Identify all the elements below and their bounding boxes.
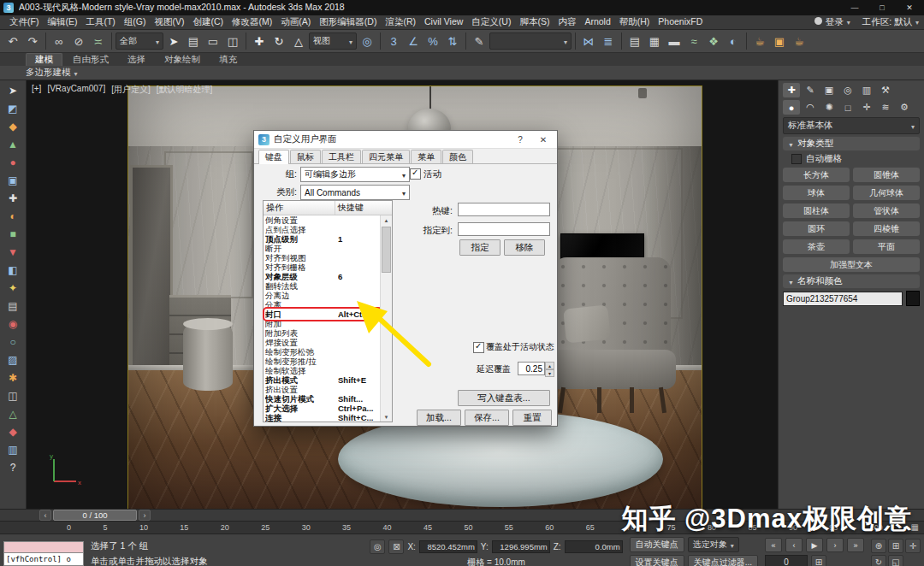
autogrid-checkbox[interactable] [791,154,802,164]
set-key-button[interactable]: 设置关键点 [630,555,684,566]
motion-tab-icon[interactable]: ◎ [839,83,856,97]
maximize-viewport-toggle-icon[interactable]: ◱ [888,555,903,566]
modeling-tool-icon[interactable]: ▤ [3,298,22,315]
ribbon-toggle-icon[interactable]: ▬ [665,32,684,50]
select-and-rotate-icon[interactable]: ↻ [270,32,288,50]
ribbon-panel-polygon-modeling[interactable]: 多边形建模 [0,66,924,80]
select-and-link-icon[interactable]: ∞ [50,32,68,50]
geometry-category-icon[interactable]: ● [783,100,800,115]
ribbon-tab-对象绘制[interactable]: 对象绘制 [156,54,209,66]
named-selection-sets-dropdown[interactable] [489,32,572,50]
hotkey-table-row[interactable]: 焊接设置 [264,338,381,347]
modeling-tool-icon[interactable]: ◫ [3,387,22,404]
primitive-button-平面[interactable]: 平面 [853,239,920,254]
macro-recorder-line[interactable] [3,541,84,553]
hotkey-table-row[interactable]: 翻转法线 [264,281,381,291]
scroll-up-icon[interactable] [384,215,389,225]
zoom-region-icon[interactable]: ⊞ [888,539,903,553]
spinner-up-icon[interactable] [545,362,554,369]
group-dropdown[interactable]: 可编辑多边形 [300,167,410,182]
viewport-pov-menu[interactable]: [VRayCam007] [47,84,105,96]
hotkey-table-row[interactable]: 扩大选择Ctrl+Pa... [264,404,381,413]
rectangular-selection-region-icon[interactable]: ▭ [204,32,222,50]
login-button[interactable]: 登录 [814,16,850,28]
select-and-move-icon[interactable]: ✚ [250,32,269,50]
pan-view-icon[interactable]: ✛ [905,539,921,553]
utilities-tab-icon[interactable]: ⚒ [877,83,894,97]
hotkey-table-row[interactable]: 对齐到视图 [264,253,381,262]
dialog-tab-四元菜单[interactable]: 四元菜单 [362,150,410,163]
orbit-icon[interactable]: ↻ [871,555,886,566]
selection-filter-dropdown[interactable]: 全部 [116,32,163,50]
scrollbar-thumb[interactable] [382,227,391,273]
unlink-selection-icon[interactable]: ⊘ [69,32,88,50]
dialog-tab-菜单[interactable]: 菜单 [411,150,441,163]
menu-item-16[interactable]: PhoenixFD [654,16,707,28]
dialog-tab-颜色[interactable]: 颜色 [442,150,473,163]
hotkey-table-row[interactable]: 快速切片模式Shift... [264,394,381,404]
select-object-icon[interactable]: ➤ [164,32,183,50]
assign-button[interactable]: 指定 [459,239,500,256]
scene-explorer-icon[interactable]: ▤ [625,32,644,50]
primitive-button-球体[interactable]: 球体 [783,186,850,200]
edit-named-selection-sets-icon[interactable]: ✎ [470,32,489,50]
dialog-tab-鼠标[interactable]: 鼠标 [290,150,321,163]
spinner-down-icon[interactable] [545,369,554,377]
menu-item-14[interactable]: Arnold [580,16,614,28]
key-filter-dropdown[interactable]: 选定对象 [688,537,739,552]
hotkey-table-row[interactable]: 倒角设置 [264,215,381,225]
primitive-category-dropdown[interactable]: 标准基本体 [783,117,920,134]
x-coordinate-input[interactable] [419,540,477,553]
viewport-user-menu[interactable]: [用户定义] [111,84,151,96]
object-type-rollout[interactable]: 对象类型 [783,137,920,150]
hotkey-table-row[interactable]: 顶点级别1 [264,234,381,244]
menu-item-12[interactable]: 脚本(S) [515,16,554,28]
object-name-input[interactable] [783,292,903,306]
angle-snap-icon[interactable]: ∠ [404,32,423,50]
hotkey-table-row[interactable]: 分离边 [264,291,381,300]
hotkey-table-header[interactable]: 操作 快捷键 [264,201,392,215]
modeling-tool-icon[interactable]: ✦ [3,280,22,297]
menu-item-1[interactable]: 编辑(E) [43,16,81,28]
hotkey-table-row[interactable]: 绘制变形推/拉 [264,357,381,366]
hierarchy-tab-icon[interactable]: ▣ [820,83,838,97]
select-by-name-icon[interactable]: ▤ [184,32,203,50]
selection-lock-icon[interactable]: ⊠ [388,539,404,554]
play-button[interactable]: ▶ [806,538,823,552]
menu-item-4[interactable]: 视图(V) [151,16,189,28]
primitive-button-管状体[interactable]: 管状体 [853,203,920,218]
select-and-scale-icon[interactable]: △ [289,32,308,50]
modeling-tool-icon[interactable]: ◆ [3,118,22,135]
shapes-category-icon[interactable]: ◠ [802,100,819,115]
dialog-titlebar[interactable]: 3 自定义用户界面 ? ✕ [254,131,557,149]
menu-item-11[interactable]: 自定义(U) [467,16,515,28]
minimize-button[interactable]: — [844,3,866,12]
modeling-tool-icon[interactable]: ▨ [3,351,22,368]
viewport-shading-menu[interactable]: [默认明暗处理] [157,84,213,96]
cameras-category-icon[interactable]: □ [839,100,856,115]
time-slider[interactable]: 0 / 100 [53,510,137,521]
menu-item-15[interactable]: 帮助(H) [615,16,654,28]
modeling-tool-icon[interactable]: ✱ [3,369,22,386]
primitive-button-几何球体[interactable]: 几何球体 [853,186,920,200]
percent-snap-icon[interactable]: % [424,32,442,50]
active-checkbox[interactable] [410,168,421,180]
maximize-button[interactable]: □ [871,3,893,12]
schematic-view-icon[interactable]: ❖ [704,32,723,50]
primitive-button-圆环[interactable]: 圆环 [783,221,850,236]
hotkey-table-row[interactable]: 挤出设置 [264,385,381,394]
hotkey-table-row[interactable]: 对象层级6 [264,272,381,281]
shortcut-column-header[interactable]: 快捷键 [335,201,392,215]
primitive-button-圆柱体[interactable]: 圆柱体 [783,203,850,218]
align-icon[interactable]: ≣ [599,32,618,50]
menu-item-9[interactable]: 渲染(R) [381,16,420,28]
reset-button[interactable]: 重置 [512,410,552,426]
menu-item-2[interactable]: 工具(T) [81,16,119,28]
menu-item-5[interactable]: 创建(C) [189,16,228,28]
next-key-button[interactable]: › [139,510,151,521]
primitive-button-圆锥体[interactable]: 圆锥体 [853,168,920,182]
modeling-tool-icon[interactable]: ▼ [3,244,22,261]
reference-coordinate-dropdown[interactable]: 视图 [309,32,357,50]
dialog-close-button[interactable]: ✕ [534,133,553,146]
close-button[interactable]: ✕ [898,3,921,12]
